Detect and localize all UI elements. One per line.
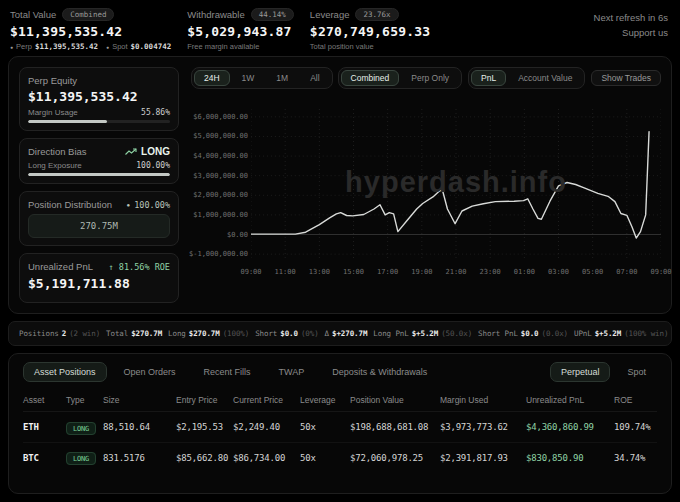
y-axis-label: $4,000,000.00 — [193, 152, 248, 160]
bullet-icon: ● — [106, 44, 109, 50]
perp-equity-value: $11,395,535.42 — [28, 89, 170, 104]
stat-value: $11,395,535.42 — [10, 24, 171, 39]
stat-label: Withdrawable — [187, 9, 245, 20]
y-axis-label: $2,000,000.00 — [193, 191, 248, 199]
range-tab-group: 24H1W1MAll — [191, 67, 333, 89]
bullet-icon: ● — [10, 44, 13, 50]
y-axis-label: $5,000,000.00 — [193, 132, 248, 140]
chart-plot[interactable]: hyperdash.info — [251, 109, 661, 261]
perp-equity-card: Perp Equity $11,395,535.42 Margin Usage … — [19, 67, 179, 131]
stat-badge[interactable]: Combined — [62, 8, 114, 21]
stat-sub-item: ●Spot$0.004742 — [106, 42, 171, 51]
long-exposure-label: Long Exposure — [28, 161, 82, 170]
position-distribution-pct: ● 100.00% — [127, 200, 170, 210]
unrealized-pnl-roe: ↑ 81.56% ROE — [109, 262, 170, 272]
positions-tabs-row: Asset PositionsOpen OrdersRecent FillsTW… — [23, 362, 657, 382]
table-row-eth[interactable]: ETHLONG88,510.64$2,195.53$2,249.4050x$19… — [23, 412, 657, 442]
topbar: Total ValueCombined$11,395,535.42●Perp$1… — [0, 0, 680, 54]
direction-bias-value: LONG — [125, 146, 170, 157]
x-axis-label: 11:00 — [275, 268, 296, 276]
source-tab-group: CombinedPerp Only — [338, 67, 463, 89]
pnl-line-chart — [251, 109, 661, 261]
x-axis-label: 09:00 — [240, 268, 261, 276]
summary-item: UPnL$+5.2M(100% win) — [574, 329, 668, 338]
direction-bias-label: Direction Bias — [28, 146, 87, 157]
overview-panel: Perp Equity $11,395,535.42 Margin Usage … — [8, 56, 672, 314]
summary-item: Positions2(2 win) — [19, 329, 100, 338]
positions-panel: Asset PositionsOpen OrdersRecent FillsTW… — [8, 353, 672, 494]
refresh-countdown: Next refresh in 6s — [594, 10, 668, 25]
chart-y-axis: $6,000,000.00$5,000,000.00$4,000,000.00$… — [191, 109, 251, 261]
x-axis-label: 19:00 — [411, 268, 432, 276]
y-axis-label: $3,000,000.00 — [193, 172, 248, 180]
unrealized-pnl-value: $5,191,711.88 — [28, 276, 170, 291]
tab-asset-positions[interactable]: Asset Positions — [23, 362, 107, 382]
x-axis-label: 23:00 — [480, 268, 501, 276]
stat-badge[interactable]: 23.76x — [355, 8, 398, 21]
table-row-btc[interactable]: BTCLONG831.5176$85,662.80$86,734.0050x$7… — [23, 442, 657, 472]
tab-open-orders[interactable]: Open Orders — [113, 362, 187, 382]
summary-item: Total$270.7M — [106, 329, 162, 338]
x-axis-label: 17:00 — [377, 268, 398, 276]
market-tab-perpetual[interactable]: Perpetual — [550, 362, 611, 382]
tab-deposits-withdrawals[interactable]: Deposits & Withdrawals — [321, 362, 438, 382]
margin-usage-bar — [28, 120, 170, 123]
y-axis-label: $0.00 — [227, 231, 248, 239]
market-tab-spot[interactable]: Spot — [616, 362, 657, 382]
support-link[interactable]: Support us — [622, 27, 668, 38]
x-axis-label: 21:00 — [445, 268, 466, 276]
summary-item: Long PnL$+5.2M(50.0x) — [373, 329, 472, 338]
x-axis-label: 13:00 — [309, 268, 330, 276]
summary-item: Short$0.0(0%) — [255, 329, 318, 338]
table-header-row: AssetTypeSizeEntry PriceCurrent PriceLev… — [23, 388, 657, 412]
market-tab-group: PerpetualSpot — [550, 362, 657, 382]
unrealized-pnl-card: Unrealized PnL ↑ 81.56% ROE $5,191,711.8… — [19, 253, 179, 303]
metric-tab-pnl[interactable]: PnL — [471, 70, 506, 86]
summary-item: Short PnL$0.0(0.0x) — [478, 329, 568, 338]
source-tab-perp-only[interactable]: Perp Only — [401, 70, 459, 86]
stat-badge[interactable]: 44.14% — [251, 8, 294, 21]
x-axis-label: 07:00 — [616, 268, 637, 276]
y-axis-label: $1,000,000.00 — [193, 211, 248, 219]
up-arrow-icon: ↑ — [109, 262, 114, 272]
stat-leverage: Leverage23.76x$270,749,659.33Total posit… — [310, 8, 430, 51]
summary-item: Long$270.7M(100%) — [168, 329, 249, 338]
stat-total-value: Total ValueCombined$11,395,535.42●Perp$1… — [10, 8, 171, 51]
margin-usage-value: 55.86% — [141, 108, 170, 117]
positions-tab-group: Asset PositionsOpen OrdersRecent FillsTW… — [23, 362, 438, 382]
hyperdash-dashboard: Total ValueCombined$11,395,535.42●Perp$1… — [0, 0, 680, 494]
long-badge: LONG — [66, 452, 96, 465]
range-tab-all[interactable]: All — [300, 70, 329, 86]
y-axis-label: $-1,000,000.00 — [189, 250, 248, 258]
source-tab-combined[interactable]: Combined — [341, 70, 400, 86]
metric-tab-account-value[interactable]: Account Value — [508, 70, 582, 86]
range-tab-1m[interactable]: 1M — [266, 70, 298, 86]
tab-twap[interactable]: TWAP — [268, 362, 316, 382]
direction-bias-card: Direction Bias LONG Long Exposure 100.00… — [19, 138, 179, 184]
position-distribution-segment[interactable]: 270.75M — [28, 214, 170, 238]
sidebar-cards: Perp Equity $11,395,535.42 Margin Usage … — [19, 67, 179, 303]
chart-x-axis: 09:0011:0013:0015:0017:0019:0021:0023:00… — [251, 266, 661, 282]
position-distribution-label: Position Distribution — [28, 199, 112, 210]
positions-summary-bar: Positions2(2 win)Total$270.7MLong$270.7M… — [8, 321, 672, 346]
positions-table: AssetTypeSizeEntry PriceCurrent PriceLev… — [23, 388, 657, 472]
chart-area: 24H1W1MAll CombinedPerp Only PnLAccount … — [191, 67, 661, 303]
stat-withdrawable: Withdrawable44.14%$5,029,943.87Free marg… — [187, 8, 294, 51]
tab-recent-fills[interactable]: Recent Fills — [193, 362, 262, 382]
stat-value: $270,749,659.33 — [310, 24, 430, 39]
x-axis-label: 09:00 — [650, 268, 671, 276]
margin-usage-label: Margin Usage — [28, 108, 78, 117]
stat-sub-text: Free margin available — [187, 42, 259, 51]
topbar-stats: Total ValueCombined$11,395,535.42●Perp$1… — [10, 8, 430, 51]
position-distribution-card: Position Distribution ● 100.00% 270.75M — [19, 191, 179, 246]
range-tab-1w[interactable]: 1W — [232, 70, 265, 86]
topbar-right: Next refresh in 6s Support us — [594, 8, 668, 40]
unrealized-pnl-label: Unrealized PnL — [28, 261, 93, 272]
perp-equity-label: Perp Equity — [28, 75, 170, 86]
long-exposure-bar — [28, 173, 170, 176]
summary-item: Δ$+270.7M — [325, 329, 368, 338]
x-axis-label: 05:00 — [582, 268, 603, 276]
show-trades-button[interactable]: Show Trades — [591, 70, 661, 86]
metric-tab-group: PnLAccount Value — [468, 67, 585, 89]
range-tab-24h[interactable]: 24H — [194, 70, 230, 86]
